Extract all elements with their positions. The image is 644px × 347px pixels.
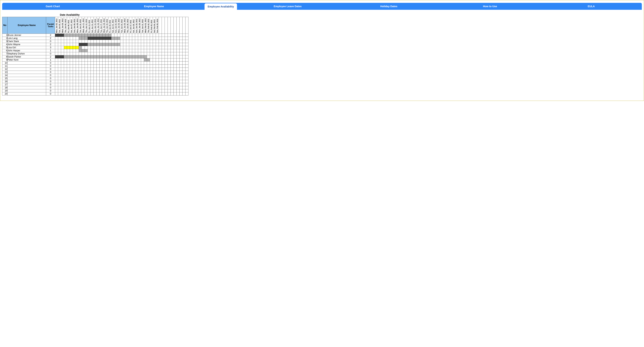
cell-day[interactable]	[79, 89, 82, 92]
cell-employee-name[interactable]	[8, 74, 46, 77]
cell-day[interactable]	[117, 55, 120, 58]
cell-day[interactable]	[85, 52, 88, 55]
cell-day[interactable]	[117, 65, 120, 68]
cell-day[interactable]	[73, 46, 76, 49]
cell-day[interactable]	[82, 92, 85, 95]
col-header-date[interactable]: Wed, Jan 04, 2012	[61, 17, 64, 34]
cell-day[interactable]	[138, 74, 141, 77]
cell-day[interactable]	[73, 55, 76, 58]
col-header-date[interactable]: Mon, Jan 23, 2012	[117, 17, 120, 34]
cell-day[interactable]	[147, 68, 150, 71]
cell-day[interactable]	[96, 40, 100, 43]
cell-row-number[interactable]: 16	[2, 80, 8, 83]
cell-day[interactable]	[88, 65, 91, 68]
cell-day[interactable]	[180, 43, 182, 46]
cell-day[interactable]	[112, 34, 114, 37]
cell-day[interactable]	[76, 46, 79, 49]
cell-day[interactable]	[106, 40, 108, 43]
cell-day[interactable]	[144, 68, 147, 71]
cell-day[interactable]	[171, 55, 174, 58]
cell-day[interactable]	[91, 58, 94, 61]
cell-day[interactable]	[141, 49, 144, 52]
cell-day[interactable]	[186, 49, 188, 52]
cell-day[interactable]	[73, 92, 76, 95]
col-header-paralel-tasks[interactable]: Paralel Tasks	[46, 17, 55, 34]
cell-day[interactable]	[85, 71, 88, 74]
cell-day[interactable]	[64, 61, 67, 65]
cell-day[interactable]	[180, 34, 182, 37]
col-header-date[interactable]: Thu, Jan 26, 2012	[126, 17, 129, 34]
cell-day[interactable]	[106, 89, 108, 92]
tab-gantt-chart[interactable]: Gantt Chart	[2, 3, 104, 10]
tab-employee-name[interactable]: Employee Name	[104, 3, 205, 10]
cell-day[interactable]	[150, 83, 153, 86]
cell-day[interactable]	[171, 34, 174, 37]
cell-day[interactable]	[147, 83, 150, 86]
cell-day[interactable]	[70, 43, 73, 46]
cell-day[interactable]	[55, 68, 58, 71]
cell-day[interactable]	[73, 49, 76, 52]
cell-day[interactable]	[182, 46, 186, 49]
cell-day[interactable]	[96, 52, 100, 55]
cell-day[interactable]	[67, 80, 70, 83]
cell-day[interactable]	[144, 55, 147, 58]
cell-day[interactable]	[70, 77, 73, 80]
cell-day[interactable]	[79, 40, 82, 43]
cell-day[interactable]	[171, 49, 174, 52]
col-header-date[interactable]: Sat, Jan 14, 2012	[91, 17, 94, 34]
cell-day[interactable]	[162, 65, 165, 68]
cell-day[interactable]	[64, 86, 67, 89]
cell-day[interactable]	[112, 80, 114, 83]
cell-day[interactable]	[174, 43, 176, 46]
cell-day[interactable]	[100, 86, 102, 89]
cell-day[interactable]	[114, 86, 117, 89]
cell-day[interactable]	[91, 46, 94, 49]
cell-day[interactable]	[123, 92, 126, 95]
cell-day[interactable]	[129, 68, 132, 71]
cell-day[interactable]	[64, 46, 67, 49]
cell-day[interactable]	[165, 74, 168, 77]
cell-day[interactable]	[150, 68, 153, 71]
cell-day[interactable]	[141, 86, 144, 89]
cell-day[interactable]	[176, 83, 180, 86]
cell-day[interactable]	[129, 77, 132, 80]
cell-day[interactable]	[165, 89, 168, 92]
cell-day[interactable]	[55, 71, 58, 74]
cell-day[interactable]	[153, 74, 156, 77]
cell-day[interactable]	[96, 43, 100, 46]
cell-day[interactable]	[135, 71, 138, 74]
cell-day[interactable]	[112, 71, 114, 74]
cell-day[interactable]	[129, 89, 132, 92]
cell-day[interactable]	[126, 55, 129, 58]
cell-day[interactable]	[156, 71, 159, 74]
cell-day[interactable]	[117, 77, 120, 80]
cell-day[interactable]	[147, 46, 150, 49]
cell-day[interactable]	[88, 43, 91, 46]
cell-day[interactable]	[67, 86, 70, 89]
cell-day[interactable]	[135, 49, 138, 52]
cell-day[interactable]	[180, 55, 182, 58]
cell-day[interactable]	[96, 37, 100, 40]
cell-day[interactable]	[129, 37, 132, 40]
cell-day[interactable]	[186, 77, 188, 80]
cell-day[interactable]	[165, 68, 168, 71]
cell-day[interactable]	[150, 37, 153, 40]
cell-day[interactable]	[147, 43, 150, 46]
cell-day[interactable]	[123, 68, 126, 71]
cell-day[interactable]	[117, 43, 120, 46]
cell-day[interactable]	[91, 89, 94, 92]
cell-day[interactable]	[85, 77, 88, 80]
cell-day[interactable]	[108, 37, 112, 40]
cell-paralel-tasks[interactable]: 0	[46, 68, 55, 71]
cell-day[interactable]	[159, 92, 162, 95]
cell-day[interactable]	[182, 61, 186, 65]
cell-day[interactable]	[156, 83, 159, 86]
cell-day[interactable]	[126, 92, 129, 95]
cell-day[interactable]	[70, 92, 73, 95]
cell-day[interactable]	[96, 86, 100, 89]
cell-day[interactable]	[144, 80, 147, 83]
cell-day[interactable]	[55, 58, 58, 61]
cell-day[interactable]	[58, 68, 61, 71]
cell-day[interactable]	[61, 65, 64, 68]
cell-day[interactable]	[117, 46, 120, 49]
